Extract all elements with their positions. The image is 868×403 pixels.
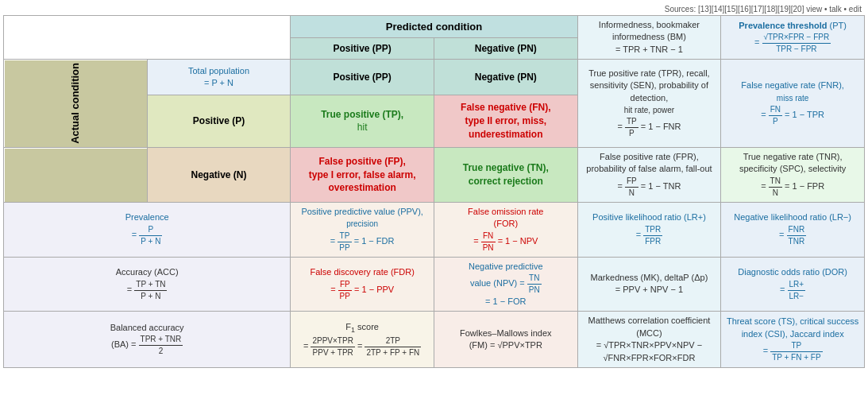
ppv-label: Positive predictive value (PPV), bbox=[301, 207, 422, 216]
for-cell: False omission rate(FOR) = FNPN = 1 − NP… bbox=[434, 202, 577, 257]
fm-cell: Fowlkes–Mallows index(FM) = √PPV×TPR bbox=[434, 312, 577, 368]
informedness-cell: Informedness, bookmaker informedness (BM… bbox=[577, 16, 721, 60]
markedness-cell: Markedness (MK), deltaP (Δp) = PPV + NPV… bbox=[577, 257, 721, 312]
actual-condition-label-2 bbox=[4, 148, 148, 203]
fdr-cell: False discovery rate (FDR) = FPPP = 1 − … bbox=[291, 257, 434, 312]
plr-label: Positive likelihood ratio (LR+) bbox=[592, 212, 706, 222]
dor-label: Diagnostic odds ratio (DOR) bbox=[738, 267, 847, 277]
positive-pp-header: Positive (PP) bbox=[291, 38, 434, 60]
negative-pn-cell: Negative (PN) bbox=[434, 60, 577, 95]
header-row: Predicted condition Informedness, bookma… bbox=[4, 16, 865, 38]
ts-cell: Threat score (TS), critical successindex… bbox=[721, 312, 865, 368]
ppv-cell: Positive predictive value (PPV), precisi… bbox=[291, 202, 434, 257]
false-negative-cell: False negative (FN), type II error, miss… bbox=[434, 95, 577, 147]
total-population-cell: Total population= P + N bbox=[147, 60, 291, 95]
prevalence-threshold-cell: Prevalence threshold (PT) = √TPR×FPR − F… bbox=[721, 16, 865, 60]
nlr-cell: Negative likelihood ratio (LR−) = FNRTNR bbox=[721, 202, 865, 257]
tn-label: True negative (TN), bbox=[463, 162, 549, 173]
tpr-cell: True positive rate (TPR), recall,sensiti… bbox=[577, 60, 721, 148]
fdr-label: False discovery rate (FDR) bbox=[310, 267, 414, 277]
fp-label: False positive (FP), bbox=[318, 156, 405, 167]
prevalence-cell: Prevalence = PP + N bbox=[4, 202, 291, 257]
negative-pn-header: Negative (PN) bbox=[434, 38, 577, 60]
f1-cell: F1 score = 2PPV×TPRPPV + TPR = 2TP2TP + … bbox=[291, 312, 434, 368]
negative-n-cell: Negative (N) bbox=[147, 148, 291, 203]
actual-condition-label: Actual condition bbox=[4, 60, 148, 148]
fpr-cell: False positive rate (FPR),probability of… bbox=[577, 148, 721, 203]
total-pop-row: Actual condition Total population= P + N… bbox=[4, 60, 865, 95]
pt-frac: √TPR×FPR − FPRTPR − FPR bbox=[762, 32, 831, 55]
ba-row: Balanced accuracy(BA) = TPR + TNR2 F1 sc… bbox=[4, 312, 865, 368]
true-positive-cell: True positive (TP),hit bbox=[291, 95, 434, 147]
main-container: Sources: [13][14][15][16][17][18][19][20… bbox=[0, 0, 868, 371]
predicted-condition-header: Predicted condition bbox=[291, 16, 577, 38]
ba-cell: Balanced accuracy(BA) = TPR + TNR2 bbox=[4, 312, 291, 368]
npv-cell: Negative predictivevalue (NPV) = TNPN = … bbox=[434, 257, 577, 312]
positive-pp-cell: Positive (PP) bbox=[291, 60, 434, 95]
tnr-cell: True negative rate (TNR),specificity (SP… bbox=[721, 148, 865, 203]
sources-bar: Sources: [13][14][15][16][17][18][19][20… bbox=[3, 3, 865, 15]
plr-cell: Positive likelihood ratio (LR+) = TPRFPR bbox=[577, 202, 721, 257]
tp-label: True positive (TP), bbox=[321, 109, 403, 120]
ppv-row: Prevalence = PP + N Positive predictive … bbox=[4, 202, 865, 257]
fnr-cell: False negative rate (FNR),miss rate = FN… bbox=[721, 60, 865, 148]
total-pop-label: Total population bbox=[188, 66, 249, 76]
true-negative-cell: True negative (TN), correct rejection bbox=[434, 148, 577, 203]
positive-p-cell: Positive (P) bbox=[147, 95, 291, 147]
pt-label: Prevalence threshold bbox=[739, 21, 827, 30]
mcc-cell: Matthews correlation coefficient (MCC) =… bbox=[577, 312, 721, 368]
acc-cell: Accuracy (ACC) = TP + TNP + N bbox=[4, 257, 291, 312]
negative-actual-row: Negative (N) False positive (FP), type I… bbox=[4, 148, 865, 203]
dor-cell: Diagnostic odds ratio (DOR) = LR+LR− bbox=[721, 257, 865, 312]
false-positive-cell: False positive (FP), type I error, false… bbox=[291, 148, 434, 203]
acc-row: Accuracy (ACC) = TP + TNP + N False disc… bbox=[4, 257, 865, 312]
nlr-label: Negative likelihood ratio (LR−) bbox=[734, 212, 851, 222]
confusion-matrix-table: Predicted condition Informedness, bookma… bbox=[3, 15, 865, 368]
sources-text: Sources: [13][14][15][16][17][18][19][20… bbox=[665, 5, 862, 14]
fn-label: False negative (FN), bbox=[461, 102, 550, 113]
